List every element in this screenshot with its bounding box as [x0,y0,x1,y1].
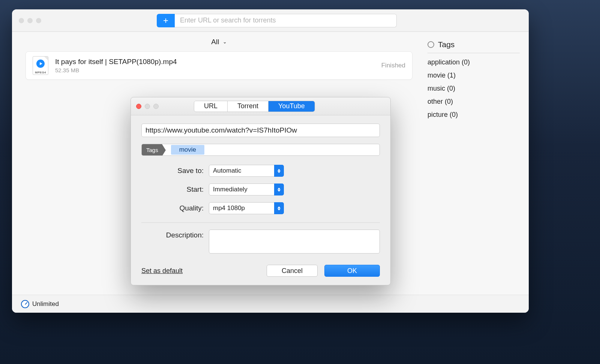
chevron-down-icon: ⌄ [223,39,227,45]
options-grid: Save to: Automatic Start: Immediately Qu… [141,165,380,214]
tab-url[interactable]: URL [194,101,227,112]
chevron-updown-icon [274,183,284,195]
set-default-link[interactable]: Set as default [141,267,183,275]
quality-value: mp4 1080p [209,202,284,214]
tag-item[interactable]: music (0) [428,85,520,92]
speed-gauge-icon [21,300,29,308]
description-input[interactable] [209,230,380,254]
tag-chip-movie[interactable]: movie [171,145,204,155]
filter-dropdown[interactable]: All ⌄ [26,32,412,51]
tag-item[interactable]: movie (1) [428,72,520,79]
tab-youtube[interactable]: YouTube [268,101,315,112]
minimize-window-button[interactable] [27,18,33,23]
download-info: It pays for itself | SETAPP(1080p).mp4 5… [55,58,375,73]
tag-list: application (0) movie (1) music (0) othe… [428,58,520,119]
radio-icon [428,41,434,48]
dialog-titlebar: URL Torrent YouTube [131,97,390,115]
chevron-updown-icon [274,202,284,214]
search-input[interactable] [175,14,397,27]
add-download-dialog: URL Torrent YouTube Tags movie Save to: … [130,97,391,285]
sidebar: Tags application (0) movie (1) music (0)… [428,32,529,295]
tags-field[interactable]: Tags movie [141,144,380,156]
dialog-body: Tags movie Save to: Automatic Start: Imm… [131,115,390,254]
description-row: Description: [141,230,380,254]
start-value: Immediately [209,183,284,195]
start-label: Start: [141,185,209,194]
mpeg4-file-icon: MPEG4 [33,56,48,75]
tags-heading[interactable]: Tags [428,40,520,53]
speed-label[interactable]: Unlimited [32,300,59,308]
dialog-close-button[interactable] [136,104,141,109]
cancel-button[interactable]: Cancel [267,265,318,277]
save-to-value: Automatic [209,165,284,177]
window-controls [19,18,41,23]
plus-icon: + [163,15,168,26]
app-window: + All ⌄ MPEG4 It pays for itself | SETAP… [12,9,529,313]
download-item[interactable]: MPEG4 It pays for itself | SETAPP(1080p)… [26,51,412,80]
download-title: It pays for itself | SETAPP(1080p).mp4 [55,58,375,66]
quality-select[interactable]: mp4 1080p [209,202,284,214]
search-wrap: + [157,14,397,27]
description-label: Description: [141,230,209,239]
chevron-updown-icon [274,165,284,177]
dialog-window-controls [136,104,159,109]
save-to-label: Save to: [141,167,209,175]
source-tabs: URL Torrent YouTube [194,101,315,112]
quality-label: Quality: [141,204,209,212]
tags-field-label: Tags [142,144,162,155]
ok-button[interactable]: OK [324,265,380,277]
zoom-window-button[interactable] [36,18,41,23]
dialog-footer: Set as default Cancel OK [131,254,390,277]
tag-item[interactable]: picture (0) [428,111,520,119]
url-input[interactable] [141,124,380,137]
titlebar: + [12,9,529,32]
status-bar: Unlimited [12,295,529,313]
save-to-select[interactable]: Automatic [209,165,284,177]
tag-item[interactable]: application (0) [428,58,520,66]
add-button[interactable]: + [157,14,175,27]
download-status: Finished [381,62,405,69]
dialog-minimize-button [145,104,150,109]
tab-torrent[interactable]: Torrent [227,101,268,112]
tag-item[interactable]: other (0) [428,98,520,106]
tags-heading-label: Tags [438,40,454,49]
dialog-zoom-button [153,104,159,109]
start-select[interactable]: Immediately [209,183,284,195]
close-window-button[interactable] [19,18,24,23]
filter-label: All [211,38,219,46]
divider [141,222,380,223]
download-size: 52.35 MB [55,67,375,73]
